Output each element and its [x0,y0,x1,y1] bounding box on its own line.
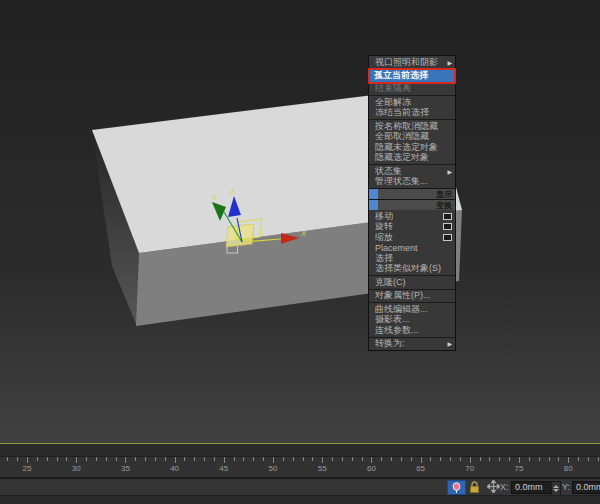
ruler-tick [312,457,313,461]
absolute-transform-typein-button[interactable] [486,480,500,493]
quad-bar-display[interactable]: 显示 [369,189,455,199]
ruler-tick [263,457,264,461]
ruler-tick [293,457,294,461]
menu-item-hide-selected[interactable]: 隐藏选定对象 [369,153,455,164]
menu-item-viewport-lighting-shadows[interactable]: 视口照明和阴影▶ [369,57,455,68]
frame-number-label: 80 [564,464,573,473]
menu-separator [369,95,455,96]
transform-crosshair-icon [487,480,500,493]
ruler-tick [17,457,18,461]
gizmo-xy-plane-handle[interactable] [226,224,254,247]
menu-separator [369,289,455,290]
ruler-tick [116,457,117,461]
ruler-tick [549,457,550,461]
menu-item-dope-sheet[interactable]: 摄影表... [369,315,455,326]
menu-item-state-sets[interactable]: 状态集▶ [369,166,455,177]
menu-item-unhide-by-name[interactable]: 按名称取消隐藏 [369,121,455,132]
menu-item-manage-state-sets[interactable]: 管理状态集... [369,177,455,188]
y-coord-label: Y: [562,482,570,492]
ruler-tick [194,457,195,461]
menu-separator [369,337,455,338]
menu-item-convert-to[interactable]: 转换为:▶ [369,339,455,350]
y-coord-field[interactable]: 0.0mm [572,481,600,494]
x-coord-spinner[interactable] [551,481,561,496]
menu-item-label: 隐藏选定对象 [375,153,452,164]
frame-number-label: 40 [170,464,179,473]
ruler-tick [37,457,38,461]
spinner-up-icon[interactable] [553,485,559,488]
menu-item-unfreeze-all[interactable]: 全部解冻 [369,97,455,108]
menu-item-label: 状态集 [375,166,445,177]
gizmo-y-label: Y [212,193,218,202]
menu-item-unhide-all[interactable]: 全部取消隐藏 [369,132,455,143]
ruler-tick [489,457,490,461]
ruler-tick [539,457,540,461]
menu-item-end-isolate[interactable]: 结束隔离 [369,84,455,95]
frame-number-label: 45 [219,464,228,473]
ruler-tick [224,457,225,463]
timeline-ruler[interactable]: 253035404550556065707580 [0,456,600,478]
ruler-tick [401,457,402,461]
menu-item-freeze-current-selection[interactable]: 冻结当前选择 [369,108,455,119]
ruler-tick [568,457,569,463]
ruler-tick [421,457,422,463]
frame-number-label: 65 [416,464,425,473]
time-slider-strip[interactable] [0,444,600,456]
isolate-selection-toggle-button[interactable] [447,480,466,495]
menu-item-clone[interactable]: 克隆(C) [369,277,455,288]
menu-item-label: 克隆(C) [375,277,452,288]
max-viewport-window: X Y Z 视口照明和阴影▶孤立当前选择结束隔离全部解冻冻结当前选择按名称取消隐… [0,0,600,504]
gizmo-x-label: X [301,229,307,238]
submenu-arrow-icon: ▶ [447,168,452,175]
ruler-tick [352,457,353,461]
ruler-tick [519,457,520,463]
x-coord-label: X: [500,482,509,492]
settings-box-icon[interactable] [443,223,452,230]
ruler-tick [57,457,58,461]
menu-item-hide-unselected[interactable]: 隐藏未选定对象 [369,142,455,153]
menu-item-rotate[interactable]: 旋转 [369,222,455,233]
selection-lock-icon [469,481,480,493]
ruler-tick [362,457,363,461]
ruler-tick [371,457,372,463]
menu-item-move[interactable]: 移动 [369,211,455,222]
x-coord-field[interactable]: 0.0mm [511,481,553,494]
spinner-down-icon[interactable] [553,489,559,492]
menu-item-select[interactable]: 选择 [369,253,455,264]
ruler-tick [273,457,274,463]
ruler-tick [499,457,500,461]
ruler-tick [529,457,530,461]
menu-item-select-similar[interactable]: 选择类似对象(S) [369,264,455,275]
menu-item-placement[interactable]: Placement [369,243,455,254]
selection-lock-toggle-button[interactable] [468,480,481,493]
ruler-tick [450,457,451,461]
menu-item-label: 选择 [375,253,452,264]
ruler-tick [125,457,126,463]
ruler-tick [253,457,254,461]
menu-item-wire-parameters[interactable]: 连线参数... [369,325,455,336]
menu-item-isolate-current-selection[interactable]: 孤立当前选择 [368,68,456,84]
quad-bar-transform[interactable]: 变换 [369,200,455,210]
submenu-arrow-icon: ▶ [447,340,452,347]
menu-separator [369,302,455,303]
menu-item-label: 全部解冻 [375,97,452,108]
menu-item-label: 对象属性(P)... [375,291,452,302]
menu-item-label: 孤立当前选择 [374,69,451,82]
frame-number-label: 75 [515,464,524,473]
ruler-tick [27,457,28,463]
menu-item-scale[interactable]: 缩放 [369,232,455,243]
menu-item-label: 移动 [375,211,441,222]
quad-label-transform: 变换 [378,200,455,211]
ruler-tick [204,457,205,461]
settings-box-icon[interactable] [443,234,452,241]
menu-item-label: 摄影表... [375,315,452,326]
ruler-tick [283,457,284,461]
ruler-tick [106,457,107,461]
menu-item-object-properties[interactable]: 对象属性(P)... [369,291,455,302]
viewport-scene[interactable]: X Y Z [0,0,600,504]
status-bar: X: 0.0mm Y: 0.0mm [0,478,600,495]
ruler-tick [234,457,235,461]
menu-item-curve-editor[interactable]: 曲线编辑器... [369,304,455,315]
ruler-tick [303,457,304,461]
settings-box-icon[interactable] [443,213,452,220]
